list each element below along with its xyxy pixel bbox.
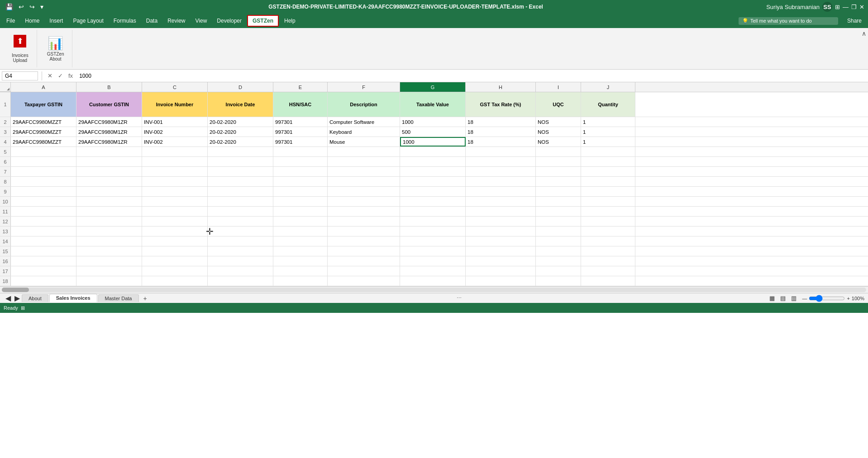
empty-cell[interactable] <box>142 167 208 176</box>
cell-E4[interactable]: 997301 <box>273 137 328 146</box>
cell-A2[interactable]: 29AAFCC9980MZZT <box>11 117 76 127</box>
empty-cell[interactable] <box>581 207 635 216</box>
empty-cell[interactable] <box>581 197 635 206</box>
zoom-slider[interactable] <box>809 295 845 302</box>
cell-J4[interactable]: 1 <box>581 137 635 146</box>
empty-cell[interactable] <box>11 157 76 166</box>
empty-cell[interactable] <box>581 276 635 286</box>
empty-cell[interactable] <box>142 227 208 236</box>
empty-cell[interactable] <box>466 207 536 216</box>
scroll-sheets-right-icon[interactable]: ▶ <box>13 294 22 302</box>
empty-cell[interactable] <box>328 177 400 186</box>
empty-cell[interactable] <box>328 246 400 256</box>
col-header-H[interactable]: H <box>466 82 536 92</box>
empty-cell[interactable] <box>536 167 581 176</box>
empty-cell[interactable] <box>11 167 76 176</box>
empty-cell[interactable] <box>581 256 635 266</box>
cell-C3[interactable]: INV-002 <box>142 127 208 137</box>
empty-cell[interactable] <box>11 187 76 196</box>
empty-cell[interactable] <box>142 236 208 246</box>
empty-cell[interactable] <box>400 256 466 266</box>
cell-D3[interactable]: 20-02-2020 <box>208 127 273 137</box>
empty-cell[interactable] <box>142 246 208 256</box>
empty-cell[interactable] <box>536 256 581 266</box>
empty-cell[interactable] <box>208 276 273 286</box>
empty-cell[interactable] <box>466 256 536 266</box>
empty-cell[interactable] <box>400 266 466 276</box>
empty-cell[interactable] <box>466 227 536 236</box>
cell-E2[interactable]: 997301 <box>273 117 328 127</box>
empty-cell[interactable] <box>11 227 76 236</box>
empty-cell[interactable] <box>273 177 328 186</box>
empty-cell[interactable] <box>328 217 400 226</box>
menu-data[interactable]: Data <box>142 16 162 26</box>
empty-cell[interactable] <box>273 197 328 206</box>
page-break-view-button[interactable]: ▥ <box>789 294 798 302</box>
empty-cell[interactable] <box>76 266 142 276</box>
empty-cell[interactable] <box>142 187 208 196</box>
minimize-icon[interactable]: — <box>843 4 849 10</box>
empty-cell[interactable] <box>536 276 581 286</box>
empty-cell[interactable] <box>273 276 328 286</box>
empty-cell[interactable] <box>208 246 273 256</box>
empty-cell[interactable] <box>536 246 581 256</box>
empty-cell[interactable] <box>142 276 208 286</box>
invoice-date-header-cell[interactable]: Invoice Date <box>208 92 273 117</box>
col-header-A[interactable]: A <box>11 82 76 92</box>
empty-cell[interactable] <box>273 236 328 246</box>
empty-cell[interactable] <box>400 217 466 226</box>
menu-file[interactable]: File <box>2 16 19 26</box>
menu-review[interactable]: Review <box>163 16 190 26</box>
empty-cell[interactable] <box>142 147 208 156</box>
col-header-I[interactable]: I <box>536 82 581 92</box>
cell-J3[interactable]: 1 <box>581 127 635 137</box>
empty-cell[interactable] <box>536 197 581 206</box>
empty-cell[interactable] <box>273 246 328 256</box>
zoom-in-icon[interactable]: + <box>847 296 849 301</box>
empty-cell[interactable] <box>400 157 466 166</box>
empty-cell[interactable] <box>11 236 76 246</box>
empty-cell[interactable] <box>273 217 328 226</box>
empty-cell[interactable] <box>11 197 76 206</box>
cell-I3[interactable]: NOS <box>536 127 581 137</box>
taxable-value-header-cell[interactable]: Taxable Value <box>400 92 466 117</box>
sales-invoices-sheet-tab[interactable]: Sales Invoices <box>49 294 97 302</box>
empty-cell[interactable] <box>11 276 76 286</box>
empty-cell[interactable] <box>581 227 635 236</box>
customer-gstin-header-cell[interactable]: Customer GSTIN <box>76 92 142 117</box>
empty-cell[interactable] <box>400 147 466 156</box>
status-options-icon[interactable]: ⋯ <box>457 295 462 301</box>
empty-cell[interactable] <box>208 167 273 176</box>
empty-cell[interactable] <box>76 207 142 216</box>
empty-cell[interactable] <box>536 177 581 186</box>
cell-B3[interactable]: 29AAFCC9980M1ZR <box>76 127 142 137</box>
empty-cell[interactable] <box>76 197 142 206</box>
menu-page-layout[interactable]: Page Layout <box>68 16 108 26</box>
empty-cell[interactable] <box>400 207 466 216</box>
hsn-sac-header-cell[interactable]: HSN/SAC <box>273 92 328 117</box>
empty-cell[interactable] <box>273 207 328 216</box>
empty-cell[interactable] <box>11 246 76 256</box>
save-icon[interactable]: 💾 <box>4 2 15 11</box>
cell-C2[interactable]: INV-001 <box>142 117 208 127</box>
empty-cell[interactable] <box>76 157 142 166</box>
empty-cell[interactable] <box>273 167 328 176</box>
horizontal-scrollbar[interactable] <box>0 286 868 293</box>
empty-cell[interactable] <box>76 276 142 286</box>
empty-cell[interactable] <box>581 246 635 256</box>
ribbon-collapse-icon[interactable]: ∧ <box>862 30 866 37</box>
cell-G3[interactable]: 500 <box>400 127 466 137</box>
empty-cell[interactable] <box>466 187 536 196</box>
col-header-C[interactable]: C <box>142 82 208 92</box>
empty-cell[interactable] <box>536 147 581 156</box>
fx-button[interactable]: fx <box>67 72 75 79</box>
empty-cell[interactable] <box>466 236 536 246</box>
empty-cell[interactable] <box>328 236 400 246</box>
empty-cell[interactable] <box>466 157 536 166</box>
quick-access-dropdown-icon[interactable]: ▾ <box>38 2 45 11</box>
empty-cell[interactable] <box>208 157 273 166</box>
cell-H4[interactable]: 18 <box>466 137 536 146</box>
empty-cell[interactable] <box>208 256 273 266</box>
empty-cell[interactable] <box>208 197 273 206</box>
empty-cell[interactable] <box>466 217 536 226</box>
